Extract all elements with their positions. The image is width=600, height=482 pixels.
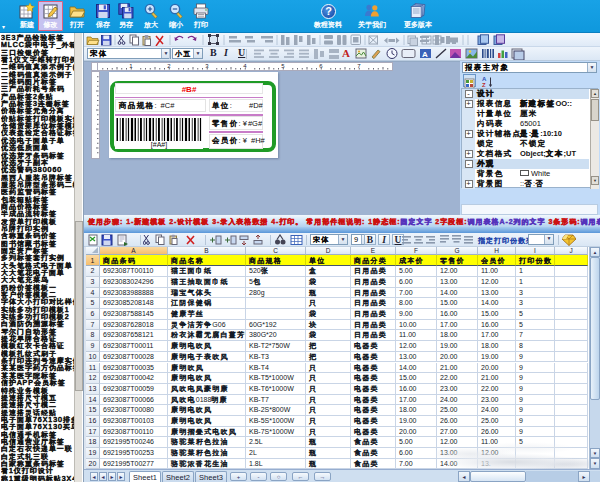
svg-text:A: A: [342, 47, 350, 59]
svg-text:A: A: [422, 50, 428, 59]
